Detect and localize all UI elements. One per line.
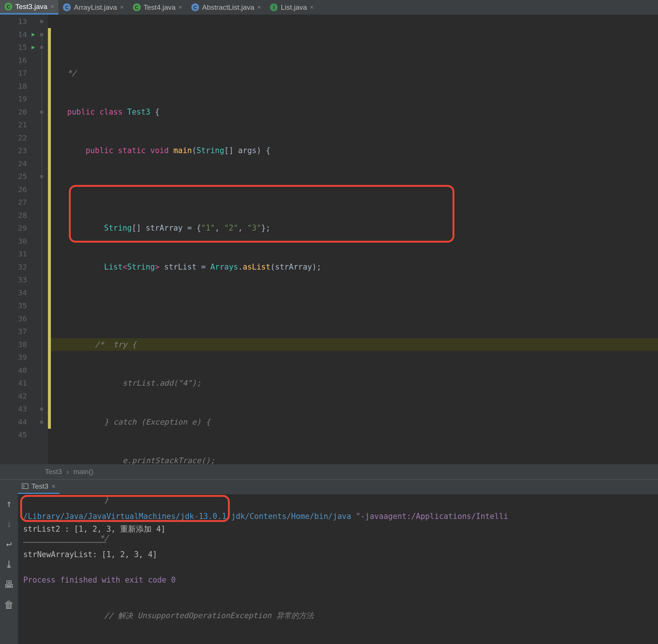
code-area[interactable]: */ public class Test3 { public static vo… xyxy=(48,15,658,464)
fold-icon[interactable]: ⊟ xyxy=(39,19,45,24)
code-line-17: String[] strArray = {"1", "2", "3"}; xyxy=(49,222,658,235)
scroll-up-icon[interactable]: ↑ xyxy=(6,498,12,509)
close-icon[interactable]: × xyxy=(310,4,314,11)
soft-wrap-icon[interactable]: ↩ xyxy=(6,538,12,550)
editor-tabs: C Test3.java × C ArrayList.java × C Test… xyxy=(0,0,658,15)
run-tab-label: Test3 xyxy=(31,482,48,490)
tab-label: AbstractList.java xyxy=(202,3,254,12)
interface-icon: I xyxy=(270,3,278,11)
console-output[interactable]: /Library/Java/JavaVirtualMachines/jdk-13… xyxy=(18,494,658,644)
tab-label: Test4.java xyxy=(144,3,176,12)
run-gutter-icon[interactable]: ▶ xyxy=(31,41,35,54)
class-icon: C xyxy=(133,3,141,11)
tab-label: Test3.java xyxy=(15,3,48,11)
trash-icon[interactable]: 🗑 xyxy=(4,599,14,610)
close-icon[interactable]: × xyxy=(120,4,124,11)
svg-rect-0 xyxy=(22,484,28,489)
code-line-13: */ xyxy=(49,67,658,80)
gutter: 1314▶15▶16171819202122232425262728293031… xyxy=(0,15,37,464)
run-console: ↑ ↓ ↩ ⤓ 🖶 🗑 /Library/Java/JavaVirtualMac… xyxy=(0,494,658,644)
console-toolbar: ↑ ↓ ↩ ⤓ 🖶 🗑 xyxy=(0,494,18,644)
console-cmd: /Library/Java/JavaVirtualMachines/jdk-13… xyxy=(23,512,356,521)
code-line-16 xyxy=(49,183,658,196)
terminal-icon xyxy=(22,483,28,490)
class-icon: C xyxy=(4,3,12,10)
change-marker xyxy=(48,28,51,429)
code-line-14: public class Test3 { xyxy=(49,106,658,119)
fold-column: ⊟⊟⊟⊟⊟⊟⊟ xyxy=(37,15,48,464)
editor: 1314▶15▶16171819202122232425262728293031… xyxy=(0,15,658,464)
code-line-22: } catch (Exception e) { xyxy=(49,416,658,429)
tab-test3[interactable]: C Test3.java × xyxy=(0,0,58,15)
console-out-sep: —————————————————— xyxy=(23,537,106,546)
tab-list[interactable]: I List.java × xyxy=(265,0,318,15)
code-line-21: strList.add("4"); xyxy=(49,377,658,390)
run-gutter-icon[interactable]: ▶ xyxy=(31,28,35,41)
console-out-line: strNewArrayList: [1, 2, 3, 4] xyxy=(23,550,157,559)
scroll-to-end-icon[interactable]: ⤓ xyxy=(5,559,13,570)
class-icon: C xyxy=(191,3,199,11)
console-exit: Process finished with exit code 0 xyxy=(23,575,176,584)
close-icon[interactable]: × xyxy=(51,3,54,10)
print-icon[interactable]: 🖶 xyxy=(4,579,14,590)
close-icon[interactable]: × xyxy=(257,4,261,11)
code-line-18: List<String> strList = Arrays.asList(str… xyxy=(49,261,658,274)
tab-abstractlist[interactable]: C AbstractList.java × xyxy=(187,0,265,15)
tab-label: ArrayList.java xyxy=(74,3,117,12)
code-line-23: e.printStackTrace(); xyxy=(49,454,658,467)
tab-label: List.java xyxy=(281,3,307,12)
code-line-15: public static void main(String[] args) { xyxy=(49,144,658,157)
console-out-line: strList2 : [1, 2, 3, 重新添加 4] xyxy=(23,525,165,534)
close-icon[interactable]: × xyxy=(179,4,182,11)
class-icon: C xyxy=(63,3,71,11)
tab-arraylist[interactable]: C ArrayList.java × xyxy=(58,0,128,15)
fold-icon[interactable]: ⊟ xyxy=(39,419,45,425)
code-line-19 xyxy=(49,299,658,312)
code-line-20: /* try { xyxy=(49,338,658,351)
scroll-down-icon[interactable]: ↓ xyxy=(6,518,12,529)
tab-test4[interactable]: C Test4.java × xyxy=(128,0,187,15)
